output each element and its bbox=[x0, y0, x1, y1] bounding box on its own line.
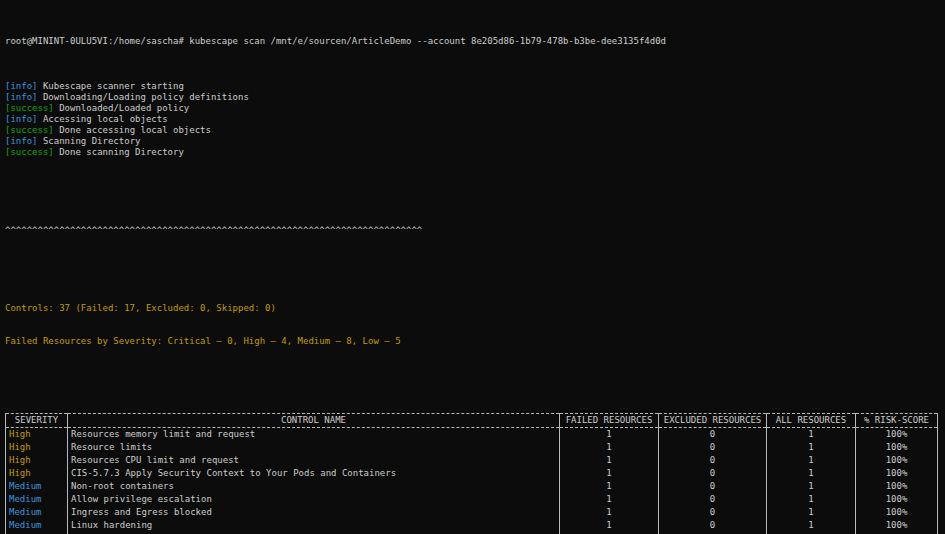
control-name-cell: Resources CPU limit and request bbox=[68, 454, 560, 467]
risk-score-cell: 100% bbox=[856, 428, 938, 442]
failed-resources-cell: 1 bbox=[560, 493, 659, 506]
header-risk-score: % RISK-SCORE bbox=[856, 414, 938, 428]
failed-resources-cell: 1 bbox=[560, 467, 659, 480]
log-line: [success] Done scanning Directory bbox=[5, 147, 941, 158]
header-all-resources: ALL RESOURCES bbox=[767, 414, 856, 428]
success-tag: [success] bbox=[5, 125, 54, 135]
command-line: root@MININT-0ULU5VI:/home/sascha#kubesca… bbox=[5, 36, 941, 47]
excluded-resources-cell: 0 bbox=[659, 467, 767, 480]
controls-summary: Controls: 37 (Failed: 17, Excluded: 0, S… bbox=[5, 303, 941, 314]
control-name-cell: Allow privilege escalation bbox=[68, 493, 560, 506]
log-message: Scanning Directory bbox=[38, 136, 141, 146]
header-excluded-resources: EXCLUDED RESOURCES bbox=[659, 414, 767, 428]
log-lines: [info] Kubescape scanner starting[info] … bbox=[5, 81, 941, 159]
log-line: [success] Downloaded/Loaded policy bbox=[5, 103, 941, 114]
all-resources-cell: 1 bbox=[767, 454, 856, 467]
failed-resources-cell: 1 bbox=[560, 428, 659, 442]
control-name-cell: Ingress and Egress blocked bbox=[68, 506, 560, 519]
log-message: Accessing local objects bbox=[38, 114, 168, 124]
severity-cell: Medium bbox=[6, 480, 68, 493]
all-resources-cell: 1 bbox=[767, 519, 856, 532]
terminal[interactable]: root@MININT-0ULU5VI:/home/sascha#kubesca… bbox=[0, 0, 945, 534]
blank-line bbox=[5, 192, 941, 203]
table-row: HighResource limits101100% bbox=[6, 441, 938, 454]
failed-resources-cell: 1 bbox=[560, 519, 659, 532]
severity-cell: Medium bbox=[6, 519, 68, 532]
info-tag: [info] bbox=[5, 92, 38, 102]
risk-score-cell: 100% bbox=[856, 467, 938, 480]
failed-resources-cell: 1 bbox=[560, 480, 659, 493]
excluded-resources-cell: 0 bbox=[659, 454, 767, 467]
caret-separator: ^^^^^^^^^^^^^^^^^^^^^^^^^^^^^^^^^^^^^^^^… bbox=[5, 225, 941, 236]
log-line: [info] Downloading/Loading policy defini… bbox=[5, 92, 941, 103]
severity-cell: High bbox=[6, 467, 68, 480]
all-resources-cell: 1 bbox=[767, 428, 856, 442]
excluded-resources-cell: 0 bbox=[659, 493, 767, 506]
excluded-resources-cell: 0 bbox=[659, 480, 767, 493]
control-name-cell: Non-root containers bbox=[68, 480, 560, 493]
table-row: HighResources memory limit and request10… bbox=[6, 428, 938, 442]
severity-cell: Medium bbox=[6, 493, 68, 506]
all-resources-cell: 1 bbox=[767, 467, 856, 480]
all-resources-cell: 1 bbox=[767, 493, 856, 506]
excluded-resources-cell: 0 bbox=[659, 428, 767, 442]
blank-line bbox=[5, 258, 941, 269]
severity-cell: Medium bbox=[6, 506, 68, 519]
command-text: kubescape scan /mnt/e/sourcen/ArticleDem… bbox=[189, 36, 666, 46]
table-row: MediumLinux hardening101100% bbox=[6, 519, 938, 532]
table-row: MediumAllow privilege escalation101100% bbox=[6, 493, 938, 506]
failed-resources-cell: 1 bbox=[560, 506, 659, 519]
table-row: HighResources CPU limit and request10110… bbox=[6, 454, 938, 467]
success-tag: [success] bbox=[5, 147, 54, 157]
log-message: Done accessing local objects bbox=[54, 125, 211, 135]
log-line: [info] Accessing local objects bbox=[5, 114, 941, 125]
risk-score-cell: 100% bbox=[856, 493, 938, 506]
excluded-resources-cell: 0 bbox=[659, 506, 767, 519]
all-resources-cell: 1 bbox=[767, 441, 856, 454]
results-tbody: HighResources memory limit and request10… bbox=[6, 428, 938, 534]
header-control-name: CONTROL NAME bbox=[68, 414, 560, 428]
table-row: HighCIS-5.7.3 Apply Security Context to … bbox=[6, 467, 938, 480]
risk-score-cell: 100% bbox=[856, 454, 938, 467]
failed-resources-cell: 1 bbox=[560, 454, 659, 467]
log-message: Kubescape scanner starting bbox=[38, 81, 184, 91]
risk-score-cell: 100% bbox=[856, 506, 938, 519]
info-tag: [info] bbox=[5, 136, 38, 146]
severity-cell: High bbox=[6, 441, 68, 454]
all-resources-cell: 1 bbox=[767, 480, 856, 493]
table-header-row: SEVERITY CONTROL NAME FAILED RESOURCES E… bbox=[6, 414, 938, 428]
info-tag: [info] bbox=[5, 81, 38, 91]
failed-resources-cell: 1 bbox=[560, 441, 659, 454]
header-failed-resources: FAILED RESOURCES bbox=[560, 414, 659, 428]
control-name-cell: CIS-5.7.3 Apply Security Context to Your… bbox=[68, 467, 560, 480]
log-message: Done scanning Directory bbox=[54, 147, 184, 157]
results-table: SEVERITY CONTROL NAME FAILED RESOURCES E… bbox=[5, 413, 938, 534]
excluded-resources-cell: 0 bbox=[659, 519, 767, 532]
shell-prompt: root@MININT-0ULU5VI:/home/sascha# bbox=[5, 36, 184, 46]
excluded-resources-cell: 0 bbox=[659, 441, 767, 454]
risk-score-cell: 100% bbox=[856, 519, 938, 532]
control-name-cell: Resources memory limit and request bbox=[68, 428, 560, 442]
severity-summary: Failed Resources by Severity: Critical —… bbox=[5, 336, 941, 347]
severity-cell: High bbox=[6, 428, 68, 442]
severity-cell: High bbox=[6, 454, 68, 467]
table-row: MediumIngress and Egress blocked101100% bbox=[6, 506, 938, 519]
control-name-cell: Resource limits bbox=[68, 441, 560, 454]
log-message: Downloading/Loading policy definitions bbox=[38, 92, 249, 102]
log-line: [success] Done accessing local objects bbox=[5, 125, 941, 136]
header-severity: SEVERITY bbox=[6, 414, 68, 428]
risk-score-cell: 100% bbox=[856, 441, 938, 454]
log-message: Downloaded/Loaded policy bbox=[54, 103, 189, 113]
table-row: MediumNon-root containers101100% bbox=[6, 480, 938, 493]
log-line: [info] Kubescape scanner starting bbox=[5, 81, 941, 92]
log-line: [info] Scanning Directory bbox=[5, 136, 941, 147]
success-tag: [success] bbox=[5, 103, 54, 113]
control-name-cell: Linux hardening bbox=[68, 519, 560, 532]
info-tag: [info] bbox=[5, 114, 38, 124]
blank-line bbox=[5, 369, 941, 380]
all-resources-cell: 1 bbox=[767, 506, 856, 519]
risk-score-cell: 100% bbox=[856, 480, 938, 493]
